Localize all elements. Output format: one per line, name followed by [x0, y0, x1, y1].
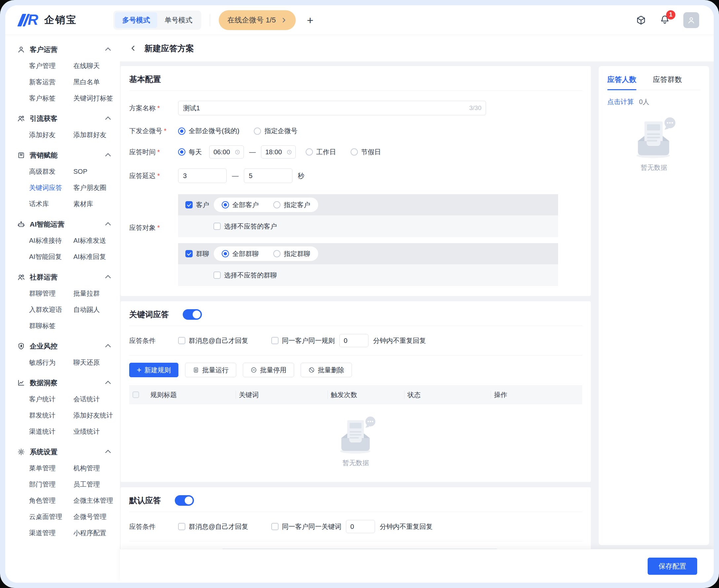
sidebar-group-header[interactable]: 引流获客: [5, 110, 120, 127]
batch-disable-button[interactable]: 批量停用: [243, 363, 294, 377]
radio-specified-accounts[interactable]: 指定企微号: [254, 127, 297, 135]
main-area: 新建应答方案 基本配置 方案名称 3/30 下发企微号: [120, 35, 714, 583]
sidebar-item[interactable]: 员工管理: [73, 480, 100, 489]
delay-to-input[interactable]: [244, 168, 292, 183]
back-button[interactable]: [126, 42, 140, 55]
sidebar-item[interactable]: 企微主体管理: [73, 496, 113, 505]
select-all-checkbox[interactable]: [132, 385, 147, 404]
sidebar-item[interactable]: AI标准回复: [73, 252, 106, 261]
sidebar-item[interactable]: 客户标签: [29, 94, 71, 103]
new-rule-button[interactable]: +新建规则: [129, 363, 179, 377]
sidebar-item[interactable]: AI智能回复: [29, 252, 71, 261]
sidebar-item[interactable]: SOP: [73, 168, 87, 175]
no-repeat-minutes-input[interactable]: [340, 334, 368, 347]
sidebar-item[interactable]: 在线聊天: [73, 61, 100, 70]
checkbox-customer[interactable]: 客户: [185, 201, 209, 209]
package-icon[interactable]: [636, 15, 646, 25]
sidebar-group-header[interactable]: 数据洞察: [5, 375, 120, 391]
sidebar-item[interactable]: 群聊标签: [29, 321, 71, 330]
time-start-input[interactable]: [213, 148, 234, 156]
radio-everyday[interactable]: 每天: [178, 148, 202, 156]
sidebar-item[interactable]: 自动踢人: [73, 305, 100, 314]
sidebar-item[interactable]: 渠道统计: [29, 427, 71, 436]
sidebar-item[interactable]: 渠道管理: [29, 528, 71, 538]
radio-workday[interactable]: 工作日: [306, 148, 336, 156]
sidebar-item[interactable]: 客户管理: [29, 61, 71, 70]
radio-specified-groups[interactable]: 指定群聊: [273, 249, 310, 258]
sidebar-item[interactable]: 客户朋友圈: [73, 183, 106, 192]
sidebar-item[interactable]: 关键词应答: [29, 183, 71, 192]
logo-icon: R: [20, 13, 40, 28]
sidebar-item[interactable]: 聊天还原: [73, 358, 100, 367]
tab-multi-account-mode[interactable]: 多号模式: [115, 12, 157, 28]
sidebar-item[interactable]: 添加好友: [29, 130, 71, 140]
checkbox-exclude-customers[interactable]: 选择不应答的客户: [213, 222, 277, 231]
sidebar-group-header[interactable]: 客户运营: [5, 41, 120, 58]
no-repeat-minutes-input-default[interactable]: [346, 520, 375, 533]
checkbox-at-only-reply-default[interactable]: 群消息@自己才回复: [178, 522, 248, 531]
radio-icon: [222, 250, 229, 257]
plan-name-input[interactable]: [178, 101, 486, 115]
sidebar-item[interactable]: 黑白名单: [73, 78, 100, 87]
sidebar-group-header[interactable]: 系统设置: [5, 444, 120, 460]
tab-single-account-mode[interactable]: 单号模式: [157, 12, 200, 28]
sidebar-item[interactable]: 会话统计: [73, 395, 100, 404]
checkbox-at-only-reply[interactable]: 群消息@自己才回复: [178, 336, 248, 345]
radio-all-accounts[interactable]: 全部企微号(我的): [178, 127, 239, 135]
checkbox-same-rule[interactable]: 同一客户同一规则: [271, 336, 335, 345]
click-to-calc-link[interactable]: 点击计算: [607, 98, 634, 106]
sidebar-item[interactable]: 群发统计: [29, 411, 71, 420]
sidebar-item[interactable]: 话术库: [29, 200, 71, 208]
online-accounts-pill[interactable]: 在线企微号 1/5: [219, 10, 296, 30]
sidebar-item[interactable]: 角色管理: [29, 496, 71, 505]
sidebar-item[interactable]: 群聊管理: [29, 289, 71, 298]
condition-label: 应答条件: [129, 522, 178, 531]
radio-all-customers[interactable]: 全部客户: [222, 201, 259, 209]
checkbox-same-keyword[interactable]: 同一客户同一关键词: [271, 522, 341, 531]
sidebar-item[interactable]: AI标准发送: [73, 236, 106, 245]
batch-delete-button[interactable]: 批量删除: [301, 363, 352, 377]
add-tab-button[interactable]: +: [307, 15, 313, 26]
sidebar-item[interactable]: 客户统计: [29, 395, 71, 404]
batch-run-button[interactable]: 批量运行: [185, 363, 236, 377]
sidebar-item[interactable]: 添加群好友: [73, 130, 106, 140]
sidebar-item[interactable]: 企微号管理: [73, 512, 106, 521]
time-end-input[interactable]: [265, 148, 286, 156]
checkbox-exclude-groups[interactable]: 选择不应答的群聊: [213, 271, 277, 280]
tab-reply-people[interactable]: 应答人数: [607, 75, 636, 85]
sidebar-item[interactable]: 关键词打标签: [73, 94, 113, 103]
avatar[interactable]: [683, 12, 699, 28]
sidebar-group-header[interactable]: 营销赋能: [5, 147, 120, 164]
sidebar-item[interactable]: 部门管理: [29, 480, 71, 489]
delay-from-input[interactable]: [178, 168, 227, 183]
sidebar-group-header[interactable]: 企业风控: [5, 338, 120, 354]
default-reply-toggle[interactable]: [175, 495, 194, 506]
sidebar-item[interactable]: 业绩统计: [73, 427, 100, 436]
radio-holiday[interactable]: 节假日: [351, 148, 381, 156]
sidebar-item[interactable]: 新客运营: [29, 78, 71, 87]
checkbox-icon: [213, 223, 221, 230]
keyword-reply-toggle[interactable]: [183, 309, 202, 320]
sidebar-item[interactable]: AI标准接待: [29, 236, 71, 245]
sidebar-group-header[interactable]: 社群运营: [5, 269, 120, 286]
plus-icon: +: [137, 366, 141, 374]
sidebar-item[interactable]: 菜单管理: [29, 464, 71, 473]
sidebar-item[interactable]: 批量拉群: [73, 289, 100, 298]
checkbox-group-chat[interactable]: 群聊: [185, 249, 209, 258]
checkbox-icon: [271, 523, 279, 530]
tab-reply-groups[interactable]: 应答群数: [653, 75, 682, 85]
sidebar-item[interactable]: 入群欢迎语: [29, 305, 71, 314]
sidebar-item[interactable]: 敏感行为: [29, 358, 71, 367]
save-config-button[interactable]: 保存配置: [648, 558, 697, 575]
sidebar-item[interactable]: 小程序配置: [73, 528, 106, 538]
sidebar-item[interactable]: 高级群发: [29, 167, 71, 176]
radio-specified-customers[interactable]: 指定客户: [273, 201, 310, 209]
notifications[interactable]: 1: [659, 14, 670, 26]
radio-all-groups[interactable]: 全部群聊: [222, 249, 259, 258]
sidebar-item[interactable]: 素材库: [73, 200, 93, 208]
sidebar-item[interactable]: 添加好友统计: [73, 411, 113, 420]
sidebar-group-header[interactable]: AI智能运营: [5, 216, 120, 233]
sidebar-item[interactable]: 云桌面管理: [29, 512, 71, 521]
sidebar-item[interactable]: 机构管理: [73, 464, 100, 473]
sidebar-group-title: 引流获客: [30, 114, 58, 123]
